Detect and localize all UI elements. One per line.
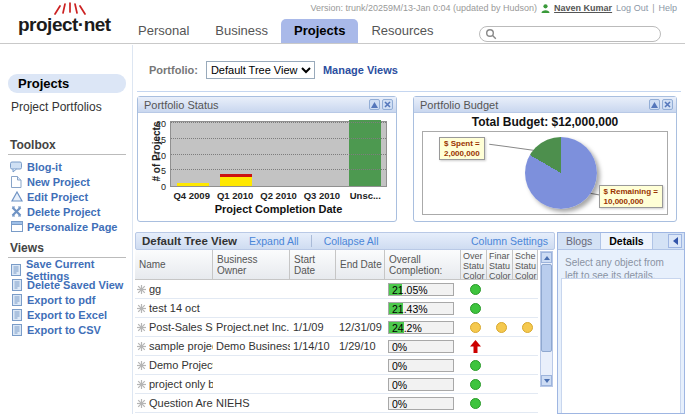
completion-value: 21.43% [392,303,428,315]
portfolio-view-select[interactable]: Default Tree View [206,61,315,79]
sidebar-item-export-to-csv[interactable]: Export to CSV [8,322,132,337]
row-completion-cell: 0% [385,359,461,372]
table-row[interactable]: sample projectDemo Business1/14/101/29/1… [135,337,538,356]
user-name-link[interactable]: Naven Kumar [554,3,612,13]
callout-line [489,144,537,152]
column-header-finar-statu-color[interactable]: Finar Statu Color [487,250,513,280]
nav-tab-personal[interactable]: Personal [125,19,202,43]
tree-node-icon[interactable] [137,380,146,389]
collapse-all-link[interactable]: Collapse All [311,235,379,247]
row-name-cell[interactable]: Question Area [135,397,213,409]
close-icon[interactable] [382,99,393,110]
sidebar-item-personalize-page[interactable]: Personalize Page [8,219,132,234]
sidebar-item-label: Delete Saved View [27,279,123,291]
column-header-start-date[interactable]: Start Date [290,250,336,280]
status-cell [487,322,513,333]
column-header-over-statu-color[interactable]: Over Statu Color [461,250,487,280]
column-header-sche-statu-color[interactable]: Sche Statu Color [513,250,538,280]
sidebar-item-project-portfolios[interactable]: Project Portfolios [11,100,132,114]
sidebar-item-export-to-pdf[interactable]: Export to pdf [8,292,132,307]
row-name-cell[interactable]: gg [135,283,213,295]
scroll-down-icon[interactable] [541,375,552,386]
search-input[interactable] [497,28,660,40]
table-row[interactable]: Question AreaNIEHS0% [135,394,538,413]
scroll-up-icon[interactable] [541,252,552,263]
completion-value: 0% [392,379,407,391]
column-header-end-date[interactable]: End Date [336,250,385,280]
bottom-row: Default Tree View Expand All Collapse Al… [135,232,685,414]
status-cell [461,284,487,295]
sidebar-section-toolbox: ToolboxBlog-itNew ProjectEdit ProjectDel… [8,138,132,234]
project-name[interactable]: Post-Sales Sup [149,321,213,333]
project-name[interactable]: gg [149,283,161,295]
row-name-cell[interactable]: Demo Project [135,359,213,371]
project-name[interactable]: Question Area [149,397,213,409]
project-name[interactable]: Demo Project [149,359,213,371]
project-name[interactable]: sample project [149,340,213,352]
sidebar-item-export-to-excel[interactable]: Export to Excel [8,307,132,322]
minimize-icon[interactable] [369,99,380,110]
manage-views-link[interactable]: Manage Views [323,64,398,76]
tree-node-icon[interactable] [137,285,146,294]
green-status-icon [470,284,481,295]
bar-q4-2009 [177,183,209,186]
logo-rays-icon [52,2,88,15]
budget-pie-chart: $ Spent = 2,000,000 $ Remaining = 10,000… [422,131,668,215]
close-icon[interactable] [662,99,673,110]
collapse-panel-icon[interactable] [668,234,682,248]
row-name-cell[interactable]: sample project [135,340,213,352]
project-name[interactable]: project only bus [149,378,213,390]
details-tab-details[interactable]: Details [601,233,652,249]
sidebar-item-save-current-settings[interactable]: Save Current Settings [8,262,132,277]
document-icon [10,279,23,291]
content: Projects Project Portfolios ToolboxBlog-… [0,45,685,414]
sidebar-item-new-project[interactable]: New Project [8,174,132,189]
top-link-separator: | [652,3,654,13]
table-row[interactable]: Post-Sales SupProject.net Inc.1/1/0912/3… [135,318,538,337]
portfolio-budget-titlebar: Portfolio Budget [414,97,676,113]
minimize-icon[interactable] [649,99,660,110]
sidebar-item-delete-saved-view[interactable]: Delete Saved View [8,277,132,292]
expand-all-link[interactable]: Expand All [249,235,299,247]
tree-node-icon[interactable] [137,304,146,313]
delete-project-icon [10,206,23,217]
column-header-overall-completion-[interactable]: Overall Completion: [385,250,461,280]
tree-node-icon[interactable] [137,399,146,408]
table-scrollbar[interactable] [540,251,553,387]
table-row[interactable]: project only bus0% [135,375,538,394]
x-tick-label: Q2 2010 [257,190,300,201]
column-header-business-owner[interactable]: Business Owner [213,250,290,280]
search-box[interactable] [479,26,661,42]
column-settings-link[interactable]: Column Settings [471,235,548,247]
help-link[interactable]: Help [658,3,677,13]
table-row[interactable]: Demo Project0% [135,356,538,375]
tree-node-icon[interactable] [137,361,146,370]
y-tick-label: 15 [150,135,166,145]
row-owner-cell: NIEHS [213,397,290,409]
details-tab-blogs[interactable]: Blogs [558,233,601,249]
row-name-cell[interactable]: test 14 oct [135,302,213,314]
green-status-icon [470,379,481,390]
table-column-headers: NameBusiness OwnerStart DateEnd DateOver… [135,250,538,280]
table-row[interactable]: gg21.05% [135,280,538,299]
document-icon [10,324,23,336]
nav-tab-business[interactable]: Business [202,19,281,43]
row-name-cell[interactable]: Post-Sales Sup [135,321,213,333]
table-header-bar: Default Tree View Expand All Collapse Al… [135,232,555,250]
column-header-name[interactable]: Name [135,250,213,280]
row-name-cell[interactable]: project only bus [135,378,213,390]
gridline [171,154,386,155]
table-row[interactable]: test 14 oct21.43% [135,299,538,318]
sidebar-item-label: Export to Excel [27,309,107,321]
nav-tab-projects[interactable]: Projects [281,19,358,43]
nav-tab-resources[interactable]: Resources [358,19,446,43]
sidebar-item-edit-project[interactable]: Edit Project [8,189,132,204]
tree-node-icon[interactable] [137,342,146,351]
sidebar-item-blog-it[interactable]: Blog-it [8,159,132,174]
logout-link[interactable]: Log Out [616,3,648,13]
tree-node-icon[interactable] [137,323,146,332]
gridline [171,138,386,139]
sidebar-item-delete-project[interactable]: Delete Project [8,204,132,219]
scrollbar-thumb[interactable] [541,264,552,352]
project-name[interactable]: test 14 oct [149,302,200,314]
